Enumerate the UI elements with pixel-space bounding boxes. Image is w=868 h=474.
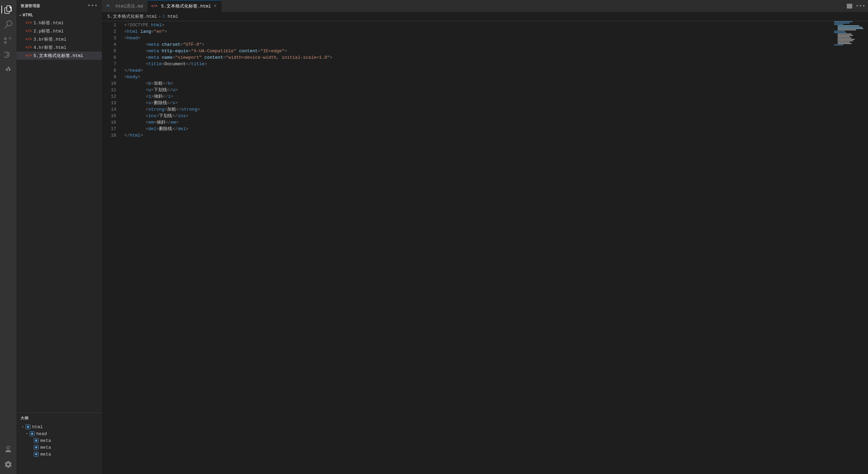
outline-header: 大纲 [16, 413, 102, 423]
outline-section: 大纲 ▾ html ▾ head ▾ meta ▾ [16, 413, 102, 474]
code-line-2: <html lang="en"> [124, 28, 829, 35]
code-line-8: </head> [124, 67, 829, 74]
code-line-3: <head> [124, 35, 829, 41]
tab-text-format[interactable]: </> 5.文本格式化标签.html × [148, 0, 222, 12]
editor[interactable]: 1 2 3 4 5 6 7 8 9 10 11 12 13 14 15 16 1… [102, 21, 868, 474]
code-content[interactable]: <!DOCTYPE html> <html lang="en"> <head> … [119, 21, 829, 474]
search-icon[interactable] [1, 18, 15, 31]
chevron-down-icon: ▾ [19, 13, 21, 17]
breadcrumb-file: 5.文本格式化标签.html [107, 13, 157, 19]
code-line-4: <meta charset="UTF-8"> [124, 41, 829, 48]
main-area: M↓ html语法.md </> 5.文本格式化标签.html × ••• 5.… [102, 0, 868, 474]
html-file-icon: </> [26, 28, 31, 34]
code-line-15: <ins>下划线</ins> [124, 113, 829, 119]
account-icon[interactable] [1, 443, 15, 456]
vertical-scrollbar[interactable] [863, 21, 868, 474]
tab-html-syntax[interactable]: M↓ html语法.md [102, 0, 148, 12]
code-line-18: </html> [124, 132, 829, 139]
tab-close-button[interactable]: × [213, 3, 217, 10]
file-item-3[interactable]: </> 3.br标签.html [16, 35, 102, 43]
html-file-icon: </> [26, 53, 31, 58]
node-icon [29, 431, 35, 436]
file-item-1[interactable]: </> 1.h标签.html [16, 19, 102, 27]
explorer-icon[interactable] [1, 3, 15, 16]
chevron-down-icon: ▾ [22, 425, 24, 429]
chevron-down-icon: ▾ [26, 432, 28, 436]
code-line-12: <i>倾斜</i> [124, 93, 829, 100]
breadcrumb-node: html [167, 14, 178, 19]
breadcrumb: 5.文本格式化标签.html › ⬡ html [102, 12, 868, 21]
node-icon [25, 424, 31, 430]
html-file-icon: </> [26, 45, 31, 50]
code-line-16: <em>倾斜</em> [124, 119, 829, 126]
code-line-5: <meta http-equiv="X-UA-Compatible" conte… [124, 48, 829, 54]
sidebar-more-button[interactable]: ••• [87, 3, 98, 9]
line-numbers: 1 2 3 4 5 6 7 8 9 10 11 12 13 14 15 16 1… [102, 21, 119, 474]
node-icon [33, 445, 39, 450]
activity-bar [0, 0, 16, 474]
html-file-icon: </> [26, 37, 31, 42]
minimap [829, 21, 863, 474]
outline-item-html[interactable]: ▾ html [16, 423, 102, 430]
outline-item-head[interactable]: ▾ head [16, 430, 102, 437]
code-line-1: <!DOCTYPE html> [124, 22, 829, 28]
code-line-7: <title>Document</title> [124, 61, 829, 67]
code-line-13: <s>删除线</s> [124, 100, 829, 106]
settings-icon[interactable] [1, 458, 15, 471]
html-file-icon: </> [26, 20, 31, 26]
outline-item-meta2[interactable]: ▾ meta [16, 444, 102, 451]
tabs-bar: M↓ html语法.md </> 5.文本格式化标签.html × ••• [102, 0, 868, 12]
extensions-icon[interactable] [1, 63, 15, 76]
sidebar: 资源管理器 ••• ▾ HTML </> 1.h标签.html </> 2.p标… [16, 0, 102, 474]
node-icon [33, 438, 39, 443]
file-item-4[interactable]: </> 4.hr标签.html [16, 43, 102, 52]
code-line-9: <body> [124, 74, 829, 80]
node-icon [33, 451, 39, 457]
code-line-14: <strong>加粗</strong> [124, 106, 829, 113]
code-line-11: <u>下划线</u> [124, 87, 829, 93]
outline-item-meta3[interactable]: ▾ meta [16, 451, 102, 458]
file-item-5[interactable]: </> 5.文本格式化标签.html [16, 52, 102, 60]
sidebar-header: 资源管理器 ••• [16, 0, 102, 12]
breadcrumb-node-icon: ⬡ [162, 14, 165, 18]
code-line-17: <del>删除线</del> [124, 126, 829, 132]
md-tab-icon: M↓ [106, 3, 111, 9]
tabs-right-actions: ••• [845, 1, 868, 11]
run-icon[interactable] [1, 48, 15, 61]
html-folder[interactable]: ▾ HTML [16, 12, 102, 19]
file-item-2[interactable]: </> 2.p标签.html [16, 27, 102, 35]
code-line-6: <meta name="viewport" content="width=dev… [124, 54, 829, 61]
code-line-10: <b>加粗</b> [124, 80, 829, 87]
breadcrumb-separator: › [159, 14, 161, 19]
html-tab-icon: </> [152, 3, 157, 9]
split-editor-button[interactable] [845, 1, 854, 11]
more-actions-button[interactable]: ••• [856, 1, 865, 11]
outline-item-meta1[interactable]: ▾ meta [16, 437, 102, 444]
source-control-icon[interactable] [1, 33, 15, 46]
